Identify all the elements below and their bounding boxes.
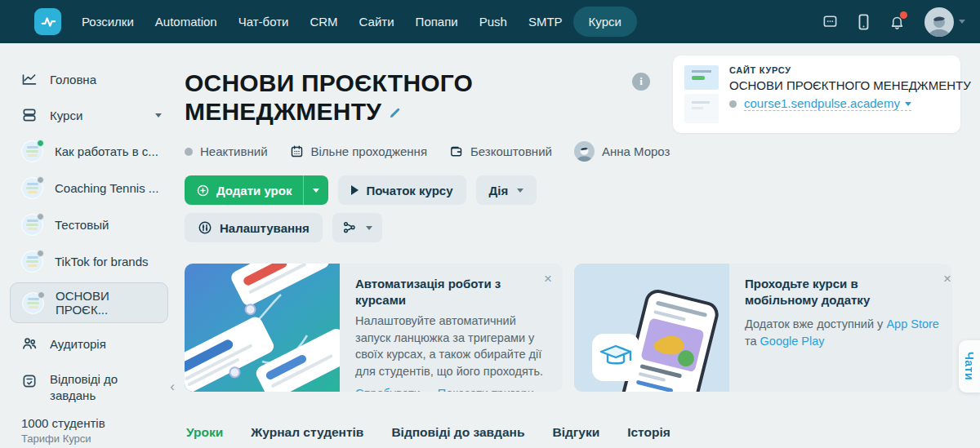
site-domain-row: course1.sendpulse.academy: [729, 96, 971, 111]
sidebar-course-item[interactable]: Coaching Tennis ...: [0, 170, 178, 206]
sidebar-item-home[interactable]: Головна: [0, 61, 178, 97]
nav-item-smtp[interactable]: SMTP: [518, 7, 573, 36]
author-name: Анна Мороз: [602, 144, 670, 158]
nav-item-automation[interactable]: Automation: [145, 7, 228, 36]
banner-links: Спробувати Показати тригери: [355, 387, 550, 392]
toolbar-secondary: Налаштування: [185, 213, 960, 242]
try-link[interactable]: Спробувати: [355, 387, 421, 392]
add-lesson-button[interactable]: Додати урок: [185, 175, 303, 205]
sidebar-collapse-chevron-icon[interactable]: ‹: [170, 379, 175, 393]
settings-sliders-icon: [198, 220, 212, 235]
sidebar-course-item[interactable]: Тестовый: [0, 206, 178, 243]
domain-link[interactable]: course1.sendpulse.academy: [744, 96, 911, 111]
course-item-label: Как работать в с...: [55, 144, 158, 158]
chats-tab-label: Чати: [963, 352, 976, 380]
course-status-row: Неактивний Вільне проходження Безкоштовн…: [185, 141, 960, 162]
course-title-text: ОСНОВИ ПРОЄКТНОГО МЕНЕДЖМЕНТУ: [185, 69, 473, 125]
sendpulse-logo-icon[interactable]: [34, 8, 61, 35]
show-triggers-label: Показати тригери: [438, 387, 534, 392]
status-pace: Вільне проходження: [290, 144, 428, 158]
tab-history[interactable]: Історія: [626, 417, 672, 448]
sidebar-course-item[interactable]: TikTok for brands: [0, 243, 178, 280]
messages-icon[interactable]: [822, 14, 838, 29]
action-dropdown-button[interactable]: Дія: [476, 175, 537, 205]
edit-title-pencil-icon[interactable]: [388, 98, 402, 125]
domain-status-dot: [729, 100, 737, 108]
settings-button[interactable]: Налаштування: [185, 213, 323, 242]
course-start-button[interactable]: Початок курсу: [338, 175, 466, 205]
nav-item-courses[interactable]: Курси: [573, 7, 637, 37]
nav-item-popups[interactable]: Попапи: [405, 7, 469, 36]
course-thumb-icon: [22, 292, 44, 314]
chats-side-tab[interactable]: Чати: [959, 340, 980, 393]
calendar-icon: [290, 144, 304, 158]
sidebar-item-audience[interactable]: Аудиторія: [0, 326, 178, 362]
user-avatar: [924, 7, 954, 37]
nav-item-chatbots[interactable]: Чат-боти: [228, 7, 300, 36]
nav-item-mailing[interactable]: Розсилки: [71, 7, 145, 36]
show-triggers-link[interactable]: Показати тригери: [438, 387, 546, 392]
notification-badge: [900, 11, 907, 19]
automation-banner: Автоматизація роботи з курсами Налаштову…: [185, 264, 563, 392]
mobile-app-banner: Проходьте курси в мобільному додатку Дод…: [574, 264, 952, 392]
banner-text-mid: та: [745, 335, 760, 348]
sidebar-course-item[interactable]: Как работать в с...: [0, 133, 178, 170]
line-chart-icon: [21, 71, 38, 87]
banner-title: Автоматизація роботи з курсами: [355, 276, 550, 308]
course-thumb-icon: [21, 140, 43, 162]
course-status-dot: [37, 213, 44, 220]
automation-banner-illustration: [185, 264, 340, 392]
nav-item-sites[interactable]: Сайти: [349, 7, 405, 36]
author-avatar: [574, 141, 595, 162]
sidebar-item-label: Аудиторія: [50, 337, 162, 351]
google-play-link[interactable]: Google Play: [760, 335, 825, 348]
main-navigation: Розсилки Automation Чат-боти CRM Сайти П…: [71, 7, 637, 37]
sidebar-item-label: Головна: [50, 73, 162, 86]
course-tabs: Уроки Журнал студентів Відповіді до завд…: [185, 417, 960, 448]
tab-reviews[interactable]: Відгуки: [550, 417, 601, 448]
sidebar-course-item-selected[interactable]: ОСНОВИ ПРОЄК...: [10, 282, 168, 323]
close-icon[interactable]: [544, 272, 552, 286]
sidebar-item-answers[interactable]: Відповіді до завдань: [0, 362, 178, 415]
add-lesson-dropdown-button[interactable]: [303, 175, 328, 205]
course-thumb-icon: [21, 177, 43, 199]
tab-student-journal[interactable]: Журнал студентів: [249, 417, 365, 448]
task-answers-icon: [21, 373, 38, 389]
sidebar-item-courses-group[interactable]: Курси: [0, 97, 178, 133]
mobile-banner-body: Проходьте курси в мобільному додатку Дод…: [729, 264, 952, 392]
triggers-flow-button[interactable]: [332, 213, 382, 242]
chevron-down-icon: [366, 226, 372, 230]
tab-lessons[interactable]: Уроки: [185, 417, 225, 448]
banner-title: Проходьте курси в мобільному додатку: [745, 276, 949, 308]
action-label: Дія: [489, 184, 509, 197]
account-menu[interactable]: [924, 7, 965, 37]
site-card-info: САЙТ КУРСУ ОСНОВИ ПРОЄКТНОГО МЕНЕДЖМЕНТУ…: [729, 65, 971, 123]
sidebar-item-label: Курси: [50, 109, 143, 122]
nav-item-push[interactable]: Push: [469, 7, 518, 36]
domain-link-text: course1.sendpulse.academy: [744, 96, 900, 110]
chevron-down-icon: [959, 20, 965, 24]
close-icon[interactable]: [943, 272, 951, 286]
chevron-down-icon: [313, 189, 319, 193]
sidebar-item-label: Відповіді до завдань: [50, 371, 162, 405]
add-lesson-split-button: Додати урок: [185, 175, 328, 205]
mobile-app-icon[interactable]: [858, 14, 870, 30]
top-navbar: Розсилки Automation Чат-боти CRM Сайти П…: [0, 0, 980, 43]
automation-banner-body: Автоматизація роботи з курсами Налаштову…: [340, 264, 563, 392]
pricing-link[interactable]: Тарифи Курси: [21, 432, 105, 445]
tab-task-answers[interactable]: Відповіді до завдань: [390, 417, 526, 448]
app-store-link[interactable]: App Store: [886, 317, 939, 330]
topbar-right-controls: [822, 7, 965, 37]
course-item-label: TikTok for brands: [55, 255, 149, 268]
banner-text: Налаштовуйте автоматичний запуск ланцюжк…: [355, 313, 550, 380]
nav-item-crm[interactable]: CRM: [299, 7, 348, 36]
notifications-bell-icon[interactable]: [889, 14, 905, 30]
sidebar: Головна Курси Как работать в с... Coachi…: [0, 43, 178, 448]
chevron-down-icon: [517, 189, 523, 193]
banner-text: Додаток вже доступний у App Store та Goo…: [745, 316, 949, 349]
info-icon[interactable]: [632, 73, 650, 91]
toolbar-primary: Додати урок Початок курсу Дія: [185, 175, 960, 205]
status-author: Анна Мороз: [574, 141, 670, 162]
plus-circle-icon: [196, 184, 210, 197]
wallet-icon: [449, 144, 463, 158]
